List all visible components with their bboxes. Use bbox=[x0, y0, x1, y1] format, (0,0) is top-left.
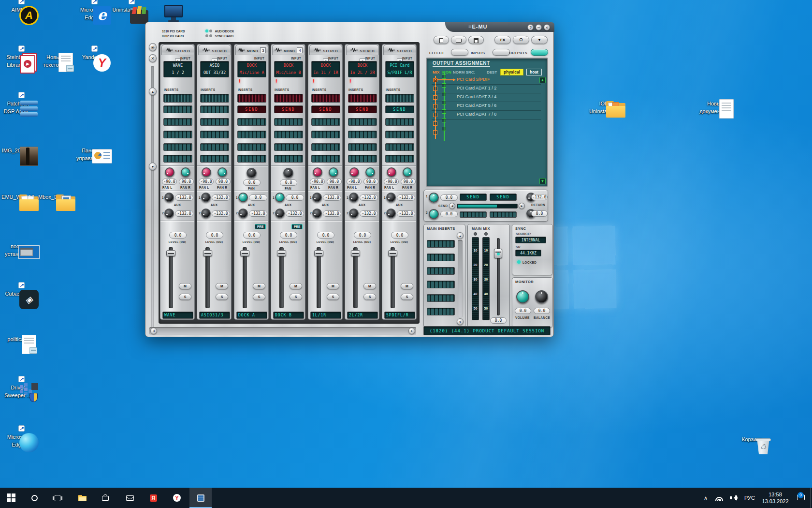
pan-left-knob[interactable] bbox=[387, 167, 396, 177]
input-display[interactable]: PCI CardS/PDIF L/R bbox=[385, 61, 414, 77]
insert-slot-5[interactable] bbox=[237, 143, 266, 151]
scribble-strip[interactable]: DOCK B bbox=[273, 312, 304, 319]
open-session-button[interactable] bbox=[451, 36, 466, 44]
mute-button[interactable]: M bbox=[179, 283, 191, 289]
desktop-icon-cpl-8[interactable]: Панельуправления bbox=[71, 145, 111, 162]
pan-right-knob[interactable] bbox=[329, 167, 338, 177]
insert-send-slot[interactable]: SEND bbox=[385, 105, 414, 113]
aux-bar-left-button[interactable]: ◄ bbox=[449, 203, 455, 209]
insert-slot-5[interactable] bbox=[163, 143, 192, 151]
mute-button[interactable]: M bbox=[363, 283, 376, 289]
insert-slot-6[interactable] bbox=[274, 155, 303, 163]
scribble-strip[interactable]: DOCK A bbox=[236, 312, 267, 319]
mon-route-checkbox-2[interactable] bbox=[442, 92, 446, 96]
insert-slot-6[interactable] bbox=[163, 155, 192, 163]
insert-slot-3[interactable] bbox=[163, 118, 192, 126]
insert-send-slot[interactable]: SEND bbox=[274, 105, 303, 113]
fx-button[interactable]: FX bbox=[494, 36, 511, 44]
aux1-knob[interactable] bbox=[386, 193, 396, 202]
taskbar-patchmix-icon-button[interactable] bbox=[189, 488, 212, 508]
desktop-icon-drv-14[interactable]: ↗DriverSweeper ... bbox=[0, 382, 38, 399]
desktop-icon-img-7[interactable]: IMG_20200... bbox=[0, 145, 38, 154]
taskbar-start-button[interactable] bbox=[0, 488, 22, 508]
sync-sr-value[interactable]: 44.1KHZ bbox=[515, 250, 541, 256]
aux2-knob[interactable] bbox=[349, 209, 359, 218]
mute-button[interactable]: M bbox=[327, 283, 339, 289]
output-button[interactable]: O bbox=[513, 36, 529, 44]
assignment-row-1[interactable]: PCI Card ADAT 1 / 2 bbox=[457, 86, 539, 90]
solo-button[interactable]: S bbox=[327, 294, 339, 300]
assignment-row-0[interactable]: PCI Card S/PDIF bbox=[457, 77, 539, 82]
insert-slot-6[interactable] bbox=[348, 155, 377, 163]
mix-route-checkbox-1[interactable] bbox=[433, 87, 437, 91]
main-inserts-scroll-up[interactable]: ▲ bbox=[457, 232, 464, 239]
insert-slot-1[interactable] bbox=[348, 94, 377, 103]
aux1-send-display[interactable]: SEND bbox=[460, 194, 487, 201]
insert-slot-4[interactable] bbox=[237, 131, 266, 138]
minimize-button[interactable]: – bbox=[536, 24, 542, 30]
channel-fader-handle[interactable] bbox=[388, 250, 397, 256]
scroll-up-button[interactable]: ▲ bbox=[149, 88, 157, 95]
channel-fader-handle[interactable] bbox=[166, 250, 175, 256]
new-session-button[interactable] bbox=[434, 36, 449, 44]
taskbar-yandex-app-icon-button[interactable]: Я bbox=[142, 488, 164, 508]
pan-left-knob[interactable] bbox=[165, 167, 174, 177]
mute-button[interactable]: M bbox=[216, 283, 228, 289]
scribble-strip[interactable]: SPDIFL/R bbox=[384, 312, 415, 319]
desktop-icon-folder-iobit-16[interactable]: IObitUninstaller ... bbox=[584, 98, 625, 115]
aux2-knob[interactable] bbox=[164, 209, 174, 218]
desktop-icon-yand-5[interactable]: Y↗Yandex bbox=[71, 52, 111, 61]
input-display[interactable]: DOCKIn 1L / 1R bbox=[311, 61, 340, 77]
desktop-icon-folder-win-10[interactable]: Mbox_Drive... bbox=[34, 192, 75, 201]
mute-button[interactable]: M bbox=[290, 283, 302, 289]
desktop-icon-stein-3[interactable]: ▶↗SteinbergLibrary ... bbox=[0, 52, 38, 69]
network-icon[interactable] bbox=[712, 488, 726, 508]
aux2-knob[interactable] bbox=[275, 209, 285, 218]
main-insert-slot-1[interactable] bbox=[427, 240, 455, 248]
solo-button[interactable]: S bbox=[179, 294, 191, 300]
mix-route-checkbox-4[interactable] bbox=[433, 113, 437, 117]
desktop-icon-aimp-0[interactable]: A↗AIMP bbox=[0, 4, 38, 14]
desktop-icon-uninst-2[interactable]: ↗Uninstall Tool bbox=[108, 4, 148, 14]
hscroll-left-button[interactable]: ◄ bbox=[150, 328, 157, 334]
desktop-icon-bin-18[interactable]: ♺Корзина bbox=[732, 434, 772, 443]
assignment-scroll-up[interactable]: ▲ bbox=[539, 77, 546, 83]
insert-slot-2[interactable] bbox=[163, 105, 192, 113]
sync-source-value[interactable]: INTERNAL bbox=[515, 237, 546, 243]
monitor-balance-knob[interactable] bbox=[535, 290, 548, 303]
channel-fader-handle[interactable] bbox=[203, 250, 212, 256]
desktop-icon-cub-12[interactable]: ◈↗Cubase 12 bbox=[0, 288, 38, 298]
mon-route-checkbox-6[interactable] bbox=[442, 127, 446, 131]
aux1-send-knob[interactable] bbox=[429, 193, 439, 203]
taskbar-store-icon-button[interactable] bbox=[94, 488, 116, 508]
assignment-row-4[interactable]: PCI Card ADAT 7 / 8 bbox=[457, 112, 539, 117]
strip-type-tab[interactable]: MONO 3 bbox=[235, 45, 268, 55]
insert-slot-6[interactable] bbox=[385, 155, 414, 163]
insert-slot-4[interactable] bbox=[311, 131, 340, 138]
pre-fader-badge[interactable]: PRE bbox=[291, 224, 303, 229]
pan-right-knob[interactable] bbox=[181, 167, 190, 177]
taskbar-search-icon-button[interactable] bbox=[23, 488, 45, 508]
insert-slot-3[interactable] bbox=[200, 118, 229, 126]
pan-knob[interactable] bbox=[283, 168, 293, 178]
main-mix-fader-handle[interactable] bbox=[494, 249, 502, 258]
insert-slot-6[interactable] bbox=[200, 155, 229, 163]
scribble-strip[interactable]: 2L/2R bbox=[347, 312, 378, 319]
main-insert-slot-2[interactable] bbox=[427, 254, 455, 261]
insert-slot-1[interactable] bbox=[200, 94, 229, 103]
channel-fader-handle[interactable] bbox=[314, 250, 323, 256]
insert-slot-1[interactable] bbox=[311, 94, 340, 103]
insert-slot-5[interactable] bbox=[385, 143, 414, 151]
input-display[interactable]: DOCKMic/Line B bbox=[274, 61, 303, 77]
show-desktop-button[interactable] bbox=[810, 488, 812, 508]
aux2-knob[interactable] bbox=[238, 209, 248, 218]
strip-type-tab[interactable]: STEREO 2 bbox=[198, 45, 231, 55]
mix-route-checkbox-0[interactable]: ✕ bbox=[433, 78, 437, 82]
taskbar-explorer-icon-button[interactable] bbox=[71, 488, 93, 508]
main-inserts-scrollbar[interactable] bbox=[458, 240, 463, 317]
strip-type-tab[interactable]: STEREO 1 bbox=[161, 45, 194, 55]
insert-send-slot[interactable]: SEND bbox=[348, 105, 377, 113]
strip-hscrollbar[interactable] bbox=[149, 327, 416, 335]
mute-button[interactable]: M bbox=[401, 283, 413, 289]
aux2-insert-slot[interactable] bbox=[490, 211, 517, 218]
